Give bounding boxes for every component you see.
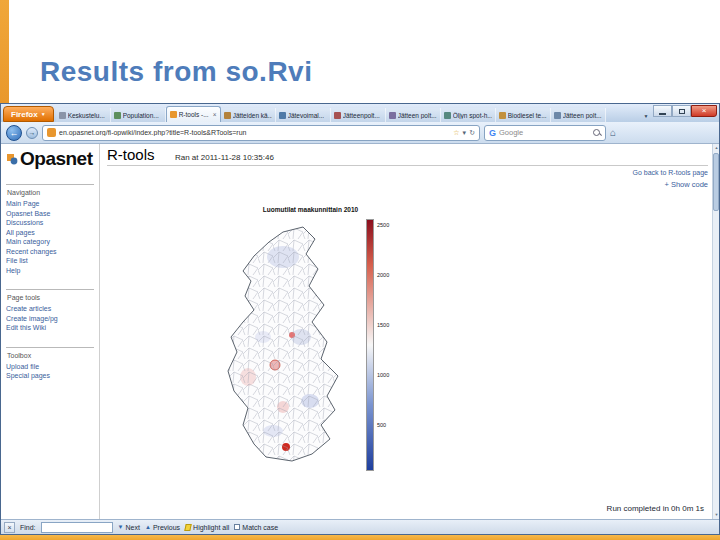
find-next-button[interactable]: ▼ Next (118, 524, 140, 531)
chevron-down-icon: ▼ (41, 111, 46, 117)
tab-favicon (389, 112, 396, 119)
wiki-main-area: R-tools Ran at 2011-11-28 10:35:46 Go ba… (101, 144, 712, 519)
sidebar-link-main-page[interactable]: Main Page (6, 199, 94, 209)
sidebar-section-page-tools: Page tools Create articles Create image/… (6, 289, 94, 333)
page-title: R-tools (107, 146, 155, 163)
tab-favicon (444, 112, 451, 119)
restore-button[interactable] (672, 105, 691, 117)
tab-close-icon[interactable]: × (213, 112, 217, 118)
scroll-down-icon[interactable]: ▼ (713, 511, 719, 519)
sidebar-link-recent-changes[interactable]: Recent changes (6, 247, 94, 257)
page-header: R-tools Ran at 2011-11-28 10:35:46 (107, 146, 708, 166)
browser-tab-10[interactable]: Jätteen polt... (551, 108, 606, 122)
google-icon: G (489, 128, 496, 138)
sidebar-section-navigation: Navigation Main Page Opasnet Base Discus… (6, 184, 94, 275)
home-icon[interactable]: ⌂ (610, 128, 616, 138)
slide-title: Results from so.Rvi (40, 56, 312, 88)
find-label: Find: (20, 524, 36, 531)
tab-strip: Keskustelu... Population... R-tools -...… (56, 104, 639, 122)
browser-window: Firefox ▼ Keskustelu... Population... R-… (0, 103, 720, 535)
opasnet-logo[interactable]: Opasnet (6, 148, 94, 170)
tab-favicon (279, 112, 286, 119)
sidebar-link-help[interactable]: Help (6, 266, 94, 276)
colorbar-tick: 1500 (377, 323, 389, 329)
back-button[interactable]: ← (6, 125, 22, 141)
browser-tab-5[interactable]: Jätevoimal... (276, 108, 331, 122)
tab-favicon (499, 112, 506, 119)
browser-tab-8[interactable]: Öljyn spot-h... (441, 108, 496, 122)
search-icon[interactable] (593, 129, 601, 137)
tab-favicon (334, 112, 341, 119)
browser-titlebar: Firefox ▼ Keskustelu... Population... R-… (1, 104, 719, 122)
minimize-button[interactable] (653, 105, 672, 117)
slide-bottom-accent-bar (0, 535, 720, 540)
find-toolbar: × Find: ▼ Next ▲ Previous Highlight all … (1, 519, 719, 534)
site-favicon (47, 128, 56, 137)
figure-title: Luomutilat maakunnittain 2010 (213, 206, 408, 213)
tab-favicon (554, 112, 561, 119)
opasnet-logo-icon (6, 153, 18, 165)
sidebar-link-all-pages[interactable]: All pages (6, 228, 94, 238)
colorbar-tick: 2500 (377, 223, 389, 229)
opasnet-logo-text: Opasnet (20, 148, 93, 170)
wiki-sidebar: Opasnet Navigation Main Page Opasnet Bas… (1, 144, 100, 519)
back-to-page-link[interactable]: Go back to R-tools page (633, 169, 709, 176)
tab-favicon (170, 111, 177, 118)
browser-navbar: ← → en.opasnet.org/fi-opwiki/index.php?t… (1, 122, 719, 144)
browser-tab-9[interactable]: Biodiesel te... (496, 108, 551, 122)
find-previous-button[interactable]: ▲ Previous (145, 524, 180, 531)
find-close-button[interactable]: × (4, 522, 15, 533)
reload-icon[interactable]: ↻ (469, 129, 475, 137)
restore-icon (679, 109, 685, 114)
sidebar-link-edit-wiki[interactable]: Edit this Wiki (6, 323, 94, 333)
arrow-up-icon: ▲ (145, 524, 151, 530)
sidebar-link-opasnet-base[interactable]: Opasnet Base (6, 209, 94, 219)
browser-tab-4[interactable]: Jätteiden kä... (221, 108, 276, 122)
sidebar-header: Page tools (7, 294, 94, 301)
finland-choropleth-map (213, 215, 363, 485)
sidebar-link-discussions[interactable]: Discussions (6, 218, 94, 228)
show-code-link[interactable]: + Show code (664, 180, 708, 189)
match-case-checkbox[interactable]: Match case (234, 524, 278, 531)
sidebar-link-create-image[interactable]: Create image/pg (6, 314, 94, 324)
window-controls: × (653, 105, 717, 117)
tab-favicon (224, 112, 231, 119)
run-completed-text: Run completed in 0h 0m 1s (607, 504, 704, 513)
scrollbar-thumb[interactable] (713, 153, 719, 211)
result-figure: Luomutilat maakunnittain 2010 (213, 206, 408, 494)
browser-tab-1[interactable]: Keskustelu... (56, 108, 111, 122)
browser-tab-2[interactable]: Population... (111, 108, 166, 122)
sidebar-link-upload-file[interactable]: Upload file (6, 362, 94, 372)
close-button[interactable]: × (691, 105, 717, 117)
sidebar-link-special-pages[interactable]: Special pages (6, 371, 94, 381)
browser-tab-7[interactable]: Jätteen polt... (386, 108, 441, 122)
firefox-menu-button[interactable]: Firefox ▼ (3, 106, 54, 122)
scroll-up-icon[interactable]: ▲ (713, 144, 719, 152)
arrow-down-icon: ▼ (118, 524, 124, 530)
sidebar-section-toolbox: Toolbox Upload file Special pages (6, 347, 94, 381)
highlighter-icon (184, 524, 191, 531)
sidebar-header: Toolbox (7, 352, 94, 359)
url-dropdown-icon[interactable]: ▾ (463, 129, 467, 137)
forward-button[interactable]: → (26, 127, 38, 139)
search-bar[interactable]: G Google (484, 125, 606, 141)
address-bar[interactable]: en.opasnet.org/fi-opwiki/index.php?title… (42, 125, 480, 141)
colorbar-tick: 2000 (377, 273, 389, 279)
colorbar-tick: 1000 (377, 373, 389, 379)
list-all-tabs-button[interactable]: ▼ (640, 110, 652, 122)
browser-tab-6[interactable]: Jätteenpolt... (331, 108, 386, 122)
bookmark-star-icon[interactable]: ☆ (453, 129, 459, 137)
highlight-all-button[interactable]: Highlight all (185, 524, 229, 531)
page-content: Opasnet Navigation Main Page Opasnet Bas… (1, 144, 719, 519)
find-input[interactable] (41, 522, 113, 533)
run-timestamp: Ran at 2011-11-28 10:35:46 (175, 153, 274, 162)
sidebar-link-main-category[interactable]: Main category (6, 237, 94, 247)
tab-favicon (59, 112, 66, 119)
minimize-icon (659, 113, 666, 115)
colorbar-tick: 500 (377, 423, 386, 429)
vertical-scrollbar[interactable]: ▲ ▼ (712, 144, 719, 519)
browser-tab-3-active[interactable]: R-tools -... × (166, 106, 221, 122)
sidebar-link-create-articles[interactable]: Create articles (6, 304, 94, 314)
tab-favicon (114, 112, 121, 119)
sidebar-link-file-list[interactable]: File list (6, 256, 94, 266)
